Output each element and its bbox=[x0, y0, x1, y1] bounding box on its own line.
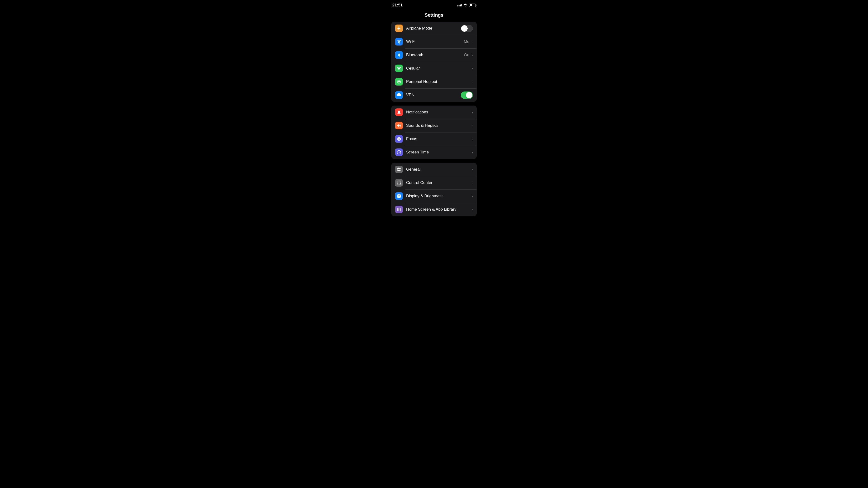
focus-chevron: › bbox=[472, 137, 473, 141]
wifi-row[interactable]: Wi-Fi Me › bbox=[391, 35, 477, 48]
cellular-chevron: › bbox=[472, 66, 473, 70]
bluetooth-label: Bluetooth bbox=[406, 53, 464, 58]
status-icons bbox=[457, 3, 476, 7]
airplane-mode-label: Airplane Mode bbox=[406, 26, 459, 31]
wifi-settings-icon bbox=[395, 38, 403, 45]
sounds-chevron: › bbox=[472, 124, 473, 128]
airplane-mode-row[interactable]: Airplane Mode bbox=[391, 22, 477, 35]
control-center-row[interactable]: Control Center › bbox=[391, 176, 477, 189]
cellular-icon bbox=[395, 65, 403, 72]
vpn-row[interactable]: VPN bbox=[391, 88, 477, 102]
wifi-label: Wi-Fi bbox=[406, 39, 464, 44]
battery-icon bbox=[469, 4, 476, 7]
display-brightness-chevron: › bbox=[472, 194, 473, 198]
page-title: Settings bbox=[388, 10, 480, 22]
screen-time-row[interactable]: Screen Time › bbox=[391, 145, 477, 159]
hotspot-row[interactable]: Personal Hotspot › bbox=[391, 75, 477, 88]
screen-time-label: Screen Time bbox=[406, 150, 471, 155]
control-center-chevron: › bbox=[472, 181, 473, 185]
vpn-toggle[interactable] bbox=[461, 92, 473, 99]
hotspot-label: Personal Hotspot bbox=[406, 79, 471, 84]
vpn-icon bbox=[395, 91, 403, 99]
wifi-chevron: › bbox=[472, 40, 473, 43]
status-bar: 21:51 bbox=[388, 0, 480, 10]
notifications-icon bbox=[395, 108, 403, 116]
notifications-label: Notifications bbox=[406, 110, 471, 115]
airplane-mode-toggle[interactable] bbox=[461, 25, 473, 32]
control-center-icon bbox=[395, 179, 403, 187]
control-center-label: Control Center bbox=[406, 181, 471, 185]
bluetooth-chevron: › bbox=[472, 53, 473, 57]
status-time: 21:51 bbox=[392, 3, 403, 8]
wifi-value: Me bbox=[464, 39, 469, 44]
focus-row[interactable]: Focus › bbox=[391, 132, 477, 145]
screen-time-icon bbox=[395, 149, 403, 156]
cellular-row[interactable]: Cellular › bbox=[391, 62, 477, 75]
sounds-icon bbox=[395, 122, 403, 129]
display-brightness-label: Display & Brightness bbox=[406, 194, 471, 198]
general-chevron: › bbox=[472, 167, 473, 171]
vpn-label: VPN bbox=[406, 93, 459, 97]
screen-time-chevron: › bbox=[472, 150, 473, 154]
wifi-icon bbox=[464, 3, 468, 7]
home-screen-chevron: › bbox=[472, 207, 473, 212]
notifications-row[interactable]: Notifications › bbox=[391, 105, 477, 119]
connectivity-group: Airplane Mode Wi-Fi Me › Bluetooth On › bbox=[391, 22, 477, 102]
notifications-chevron: › bbox=[472, 110, 473, 114]
airplane-icon bbox=[395, 25, 403, 32]
general-icon bbox=[395, 166, 403, 173]
home-screen-icon bbox=[395, 206, 403, 213]
sounds-row[interactable]: Sounds & Haptics › bbox=[391, 119, 477, 132]
signal-icon bbox=[457, 4, 462, 6]
home-screen-row[interactable]: Home Screen & App Library › bbox=[391, 203, 477, 216]
hotspot-icon bbox=[395, 78, 403, 86]
sounds-label: Sounds & Haptics bbox=[406, 123, 471, 128]
hotspot-chevron: › bbox=[472, 80, 473, 84]
bluetooth-row[interactable]: Bluetooth On › bbox=[391, 48, 477, 62]
display-brightness-row[interactable]: Display & Brightness › bbox=[391, 189, 477, 203]
notifications-group: Notifications › Sounds & Haptics › Focus… bbox=[391, 105, 477, 159]
general-label: General bbox=[406, 167, 471, 172]
home-screen-label: Home Screen & App Library bbox=[406, 207, 471, 212]
general-row[interactable]: General › bbox=[391, 163, 477, 176]
focus-icon bbox=[395, 135, 403, 143]
display-icon bbox=[395, 192, 403, 200]
bluetooth-value: On bbox=[464, 53, 469, 58]
bluetooth-icon bbox=[395, 51, 403, 59]
display-group: General › Control Center › Display & Bri… bbox=[391, 163, 477, 216]
phone-container: 21:51 Settings bbox=[388, 0, 480, 488]
cellular-label: Cellular bbox=[406, 66, 471, 71]
focus-label: Focus bbox=[406, 136, 471, 141]
